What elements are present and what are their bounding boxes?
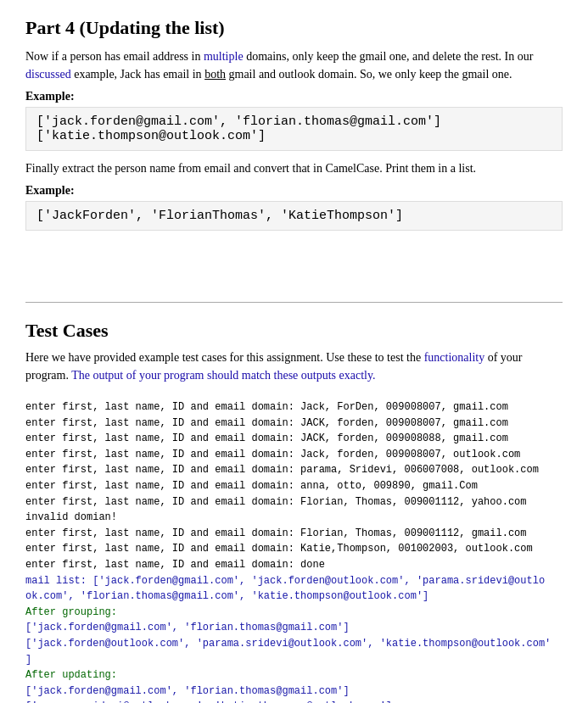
terminal-grouping-1: ['jack.forden@gmail.com', 'florian.thoma… xyxy=(25,620,563,636)
terminal-updating-1: ['jack.forden@gmail.com', 'florian.thoma… xyxy=(25,683,563,700)
underline-both: both xyxy=(204,68,226,81)
example-label-1: Example: xyxy=(25,90,563,103)
part4-description1: Now if a person has email address in mul… xyxy=(25,47,563,83)
code-example-1: ['jack.forden@gmail.com', 'florian.thoma… xyxy=(25,107,563,151)
terminal-line-8: enter first, last name, ID and email dom… xyxy=(25,526,563,542)
highlight-output: The output of your program should match … xyxy=(71,369,375,382)
terminal-updating-2: ['parama.sridevi@outlook.com', 'katie.th… xyxy=(25,699,563,703)
terminal-line-10: enter first, last name, ID and email dom… xyxy=(25,557,563,573)
highlight-multiple: multiple xyxy=(204,50,244,63)
terminal-line-9: enter first, last name, ID and email dom… xyxy=(25,541,563,557)
terminal-after-grouping-label: After grouping: xyxy=(25,605,563,621)
terminal-line-1: enter first, last name, ID and email dom… xyxy=(25,399,563,416)
test-cases-title: Test Cases xyxy=(25,320,563,342)
part4-title: Part 4 (Updating the list) xyxy=(25,17,563,39)
code-example-2: ['JackForden', 'FlorianThomas', 'KatieTh… xyxy=(25,201,563,231)
example-label-2: Example: xyxy=(25,184,563,198)
terminal-grouping-2: ['jack.forden@outlook.com', 'parama.srid… xyxy=(25,636,563,667)
terminal-line-2: enter first, last name, ID and email dom… xyxy=(25,416,563,432)
terminal-maillist: mail list: ['jack.forden@gmail.com', 'ja… xyxy=(25,573,563,605)
highlight-functionality: functionality xyxy=(424,351,485,364)
terminal-line-5: enter first, last name, ID and email dom… xyxy=(25,462,563,478)
test-cases-description: Here we have provided example test cases… xyxy=(25,349,563,384)
terminal-after-updating-label: After updating: xyxy=(25,667,563,683)
terminal-output: enter first, last name, ID and email dom… xyxy=(25,396,563,703)
terminal-line-7: enter first, last name, ID and email dom… xyxy=(25,494,563,511)
highlight-discussed: discussed xyxy=(25,68,71,81)
terminal-line-4: enter first, last name, ID and email dom… xyxy=(25,447,563,463)
part4-description2: Finally extract the person name from ema… xyxy=(25,159,563,177)
section-divider xyxy=(25,302,563,303)
terminal-line-3: enter first, last name, ID and email dom… xyxy=(25,431,563,447)
terminal-line-6: enter first, last name, ID and email dom… xyxy=(25,478,563,494)
terminal-invalid: invalid domian! xyxy=(25,510,563,526)
